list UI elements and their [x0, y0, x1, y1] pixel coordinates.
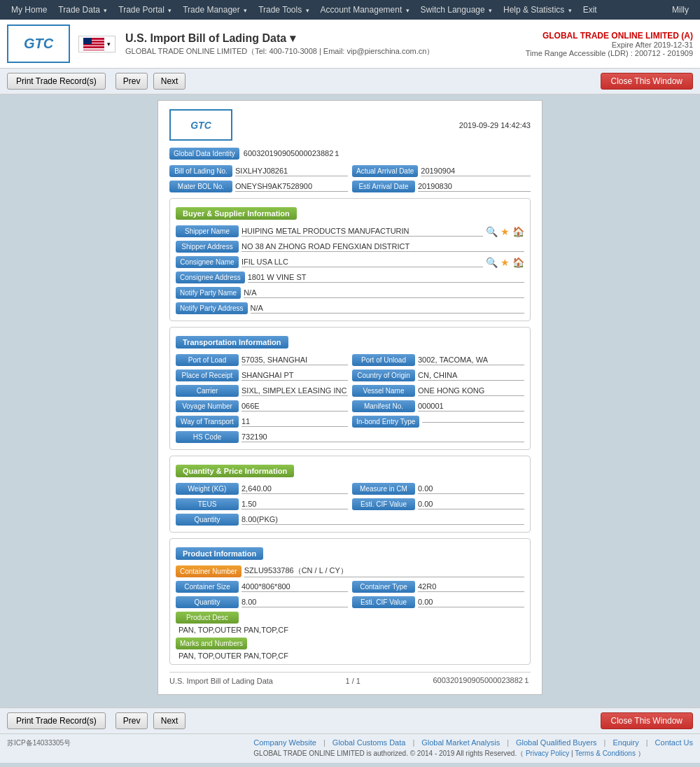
place-of-receipt-label: Place of Receipt: [176, 370, 239, 381]
consignee-star-icon[interactable]: ★: [500, 257, 510, 268]
product-desc-label-row: Product Desc: [176, 612, 524, 624]
manifest-no-row: Manifest No. 000001: [352, 400, 524, 412]
bol-row: Bill of Lading No. SIXLHYJ08261: [169, 165, 348, 177]
bill-title: U.S. Import Bill of Lading Data ▾: [125, 31, 526, 45]
nav-trade-manager[interactable]: Trade Manager ▾: [177, 0, 253, 20]
nav-switch-language[interactable]: Switch Language ▾: [415, 0, 498, 20]
container-size-value: 4000*806*800: [241, 582, 348, 592]
doc-footer: U.S. Import Bill of Lading Data 1 / 1 60…: [169, 672, 531, 686]
flag-selector[interactable]: ▾: [78, 36, 115, 52]
container-size-label: Container Size: [176, 581, 239, 593]
consignee-address-row: Consignee Address 1801 W VINE ST: [176, 272, 524, 283]
footer-link-contact-us[interactable]: Contact Us: [655, 738, 693, 747]
flag-dropdown-icon: ▾: [107, 41, 111, 48]
nav-account-management[interactable]: Account Management ▾: [315, 0, 415, 20]
consignee-home-icon[interactable]: 🏠: [512, 257, 524, 268]
quantity-price-section: Quantity & Price Information Weight (KG)…: [169, 456, 531, 533]
shipper-address-label: Shipper Address: [176, 241, 239, 253]
consignee-search-icon[interactable]: 🔍: [486, 257, 498, 268]
footer-terms-conditions[interactable]: Terms & Conditions: [575, 750, 636, 757]
nav-trade-data[interactable]: Trade Data ▾: [52, 0, 113, 20]
close-button-bottom[interactable]: Close This Window: [601, 712, 693, 729]
prev-button-bottom[interactable]: Prev: [115, 712, 148, 729]
print-button-bottom[interactable]: Print Trade Record(s): [7, 712, 106, 729]
carrier-row: Carrier SIXL, SIMPLEX LEASING INC: [176, 385, 348, 397]
footer-link-company-website[interactable]: Company Website: [253, 738, 316, 747]
doc-footer-record-id: 600320190905000023882１: [433, 675, 531, 686]
account-time-range: Time Range Accessible (LDR) : 200712 - 2…: [526, 49, 693, 57]
shipper-address-row: Shipper Address NO 38 AN ZHONG ROAD FENG…: [176, 241, 524, 253]
footer-link-global-qualified[interactable]: Global Qualified Buyers: [516, 738, 597, 747]
consignee-name-label: Consignee Name: [176, 256, 239, 268]
teus-value: 1.50: [241, 500, 348, 509]
voyage-number-value: 066E: [241, 402, 348, 411]
esti-arrival-row: Esti Arrival Date 20190830: [352, 181, 531, 192]
shipper-home-icon[interactable]: 🏠: [512, 226, 524, 237]
consignee-address-label: Consignee Address: [176, 272, 245, 283]
port-of-unload-row: Port of Unload 3002, TACOMA, WA: [352, 354, 524, 366]
weight-row: Weight (KG) 2,640.00: [176, 483, 348, 495]
nav-my-home[interactable]: My Home: [6, 0, 52, 20]
account-info: GLOBAL TRADE ONLINE LIMITED (A) Expire A…: [526, 31, 693, 57]
shipper-search-icon[interactable]: 🔍: [486, 226, 498, 237]
product-esti-cif-value: 0.00: [418, 598, 524, 607]
voyage-number-label: Voyage Number: [176, 400, 239, 412]
vessel-name-label: Vessel Name: [352, 385, 415, 397]
buyer-supplier-section: Buyer & Supplier Information Shipper Nam…: [169, 198, 531, 321]
doc-header: GTC 2019-09-29 14:42:43: [169, 109, 531, 141]
nav-help-statistics[interactable]: Help & Statistics ▾: [498, 0, 578, 20]
measure-value: 0.00: [418, 484, 524, 494]
notify-party-name-row: Notify Party Name N/A: [176, 287, 524, 299]
account-expiry: Expire After 2019-12-31: [526, 41, 693, 49]
port-of-load-value: 57035, SHANGHAI: [241, 356, 348, 365]
product-header: Product Information: [176, 547, 263, 560]
close-button-top[interactable]: Close This Window: [601, 73, 693, 90]
footer-link-global-market[interactable]: Global Market Analysis: [421, 738, 500, 747]
teus-row: TEUS 1.50: [176, 498, 348, 510]
footer-link-global-customs[interactable]: Global Customs Data: [332, 738, 406, 747]
doc-timestamp: 2019-09-29 14:42:43: [459, 121, 531, 129]
nav-buttons-bottom: Prev Next: [113, 712, 186, 729]
us-flag-icon: [83, 38, 104, 50]
carrier-value: SIXL, SIMPLEX LEASING INC: [241, 386, 348, 396]
container-size-row: Container Size 4000*806*800: [176, 581, 348, 593]
footer-links: Company Website | Global Customs Data | …: [253, 738, 693, 747]
print-button-top[interactable]: Print Trade Record(s): [7, 73, 106, 90]
port-of-load-label: Port of Load: [176, 354, 239, 366]
manifest-no-value: 000001: [418, 402, 524, 411]
carrier-label: Carrier: [176, 385, 239, 397]
quantity-value: 8.00(PKG): [241, 515, 524, 525]
nav-exit[interactable]: Exit: [578, 0, 603, 20]
in-bond-row: In-bond Entry Type: [352, 416, 524, 428]
shipper-address-value: NO 38 AN ZHONG ROAD FENGXIAN DISTRICT: [241, 242, 524, 252]
bottom-action-bar: Print Trade Record(s) Prev Next Close Th…: [0, 708, 700, 733]
nav-trade-portal[interactable]: Trade Portal ▾: [113, 0, 177, 20]
prev-button-top[interactable]: Prev: [115, 73, 148, 90]
container-number-value: SZLU9533786（CN / L / CY）: [244, 565, 524, 577]
master-bol-value: ONEYSH9AK7528900: [235, 182, 348, 192]
master-bol-label: Mater BOL No.: [169, 181, 232, 192]
bol-label: Bill of Lading No.: [169, 165, 232, 177]
actual-arrival-value: 20190904: [421, 167, 531, 176]
global-data-identity-value: 600320190905000023882１: [244, 148, 341, 159]
port-of-load-row: Port of Load 57035, SHANGHAI: [176, 354, 348, 366]
place-of-receipt-value: SHANGHAI PT: [241, 371, 348, 381]
nav-trade-tools[interactable]: Trade Tools ▾: [253, 0, 314, 20]
next-button-bottom[interactable]: Next: [153, 712, 186, 729]
notify-party-name-value: N/A: [244, 288, 524, 298]
marks-label-row: Marks and Numbers: [176, 638, 524, 649]
product-desc-label: Product Desc: [176, 612, 239, 624]
hs-code-label: HS Code: [176, 431, 239, 443]
consignee-name-value: IFIL USA LLC: [241, 258, 483, 267]
shipper-star-icon[interactable]: ★: [500, 226, 510, 237]
footer-privacy-policy[interactable]: Privacy Policy: [526, 750, 569, 757]
footer-link-enquiry[interactable]: Enquiry: [612, 738, 638, 747]
hs-code-value: 732190: [241, 432, 524, 442]
next-button-top[interactable]: Next: [153, 73, 186, 90]
notify-party-address-row: Notify Party Address N/A: [176, 302, 524, 314]
buyer-supplier-header: Buyer & Supplier Information: [176, 207, 297, 220]
product-esti-cif-label: Esti. CIF Value: [352, 596, 415, 608]
quantity-label: Quantity: [176, 514, 239, 526]
esti-cif-value: 0.00: [418, 500, 524, 509]
country-of-origin-label: Country of Origin: [352, 370, 415, 381]
